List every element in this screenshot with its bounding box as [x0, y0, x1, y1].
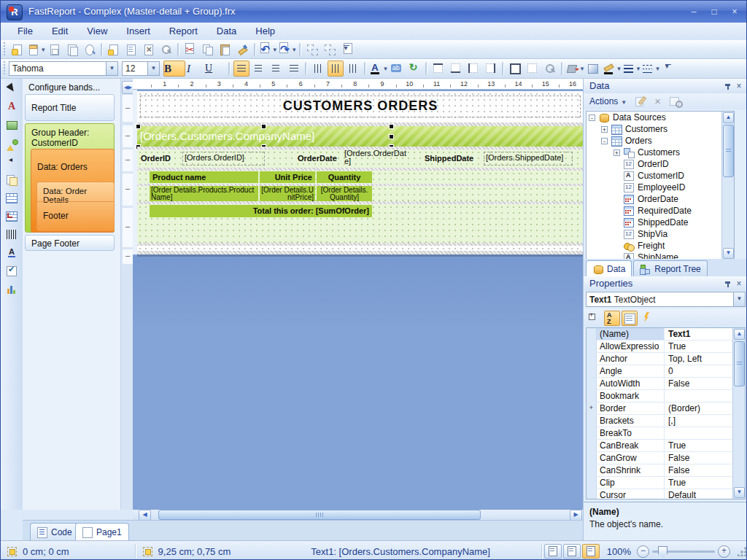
selection-handle[interactable] — [389, 124, 394, 129]
property-expander[interactable] — [587, 328, 597, 340]
toolbar-button[interactable] — [158, 42, 174, 58]
toolbar-button[interactable] — [27, 42, 45, 58]
properties-toolbar-button[interactable] — [587, 311, 603, 326]
tree-item[interactable]: OrderID — [587, 158, 734, 170]
scrollbar-thumb[interactable] — [723, 125, 734, 177]
data-orders-band[interactable]: OrderID [Orders.OrderID] OrderDate [Orde… — [137, 149, 583, 168]
resize-grip[interactable] — [738, 546, 747, 556]
tree-expander[interactable] — [614, 243, 620, 249]
format-button[interactable] — [430, 61, 446, 77]
tree-item[interactable]: EmployeeID — [587, 182, 734, 193]
tree-scrollbar[interactable]: ▲ ▼ — [721, 112, 734, 260]
toolbar-button[interactable] — [254, 43, 256, 56]
report-page[interactable]: CUSTOMERS ORDERS [Orders.Customers.Compa… — [137, 91, 583, 254]
actions-menu[interactable]: Actions — [589, 96, 618, 106]
format-button[interactable] — [286, 61, 302, 77]
property-row[interactable]: (Name) Text1 — [587, 328, 745, 341]
properties-toolbar-button[interactable] — [604, 311, 620, 326]
format-button[interactable] — [561, 62, 563, 75]
orderid-label-object[interactable]: OrderID — [141, 154, 171, 163]
property-row[interactable]: CanGrow False — [587, 452, 745, 464]
normal-view-button[interactable] — [582, 544, 600, 559]
toolbar-grip[interactable] — [3, 42, 7, 57]
property-expander[interactable] — [587, 415, 597, 427]
group-header-band[interactable]: [Orders.Customers.CompanyName] — [137, 126, 583, 147]
properties-toolbar-button[interactable] — [639, 311, 655, 326]
format-button[interactable] — [622, 61, 640, 77]
format-button[interactable]: B — [163, 61, 185, 77]
shippeddate-label-object[interactable]: ShippedDate — [425, 154, 473, 163]
object-tool-button[interactable] — [3, 245, 20, 261]
menu-item[interactable]: Edit — [42, 23, 77, 40]
object-tool-button[interactable] — [3, 227, 20, 243]
toolbar-button[interactable] — [64, 42, 80, 58]
menu-item[interactable]: View — [77, 23, 117, 40]
property-expander[interactable] — [587, 489, 597, 499]
tree-expander[interactable]: - — [601, 138, 608, 144]
properties-toolbar-button[interactable] — [622, 311, 638, 326]
tree-item[interactable]: - Data Sources — [587, 112, 734, 123]
pin-icon[interactable] — [724, 281, 732, 288]
scroll-up-arrow[interactable]: ▲ — [723, 112, 734, 123]
toolbar-button[interactable] — [177, 43, 179, 56]
tab-data[interactable]: Data — [586, 260, 632, 276]
object-tool-button[interactable] — [3, 263, 20, 279]
property-expander[interactable] — [587, 365, 597, 377]
scrollbar-thumb[interactable] — [158, 510, 481, 520]
orderdate-expr-object[interactable]: [Orders.OrderDate] — [344, 149, 413, 167]
format-button[interactable] — [305, 62, 307, 75]
tree-expander[interactable]: - — [589, 114, 595, 121]
format-button[interactable] — [507, 61, 523, 77]
tree-expander[interactable] — [614, 208, 620, 214]
property-expander[interactable]: + — [587, 402, 597, 414]
unit-price-cell[interactable]: [Order Details.UnitPrice] — [260, 186, 315, 201]
property-row[interactable]: AllowExpressio True — [587, 341, 745, 353]
design-surface[interactable]: 12345678910111213141516 CUSTOMERS ORDERS… — [133, 79, 583, 510]
close-icon[interactable]: × — [734, 81, 744, 91]
toolbar-button[interactable] — [200, 42, 216, 58]
toolbar-button[interactable] — [106, 42, 122, 58]
toolbar-button[interactable] — [9, 42, 26, 58]
tree-expander[interactable] — [614, 161, 620, 168]
scrollbar-thumb[interactable] — [734, 341, 745, 386]
format-button[interactable] — [228, 62, 231, 75]
property-row[interactable]: AutoWidth False — [587, 378, 745, 390]
object-tool-button[interactable] — [3, 172, 20, 188]
format-button[interactable] — [502, 62, 504, 75]
object-tool-button[interactable] — [3, 190, 20, 206]
zoom-slider-thumb[interactable] — [658, 546, 667, 558]
toolbar-button[interactable] — [182, 42, 198, 58]
property-row[interactable]: Cursor Default — [587, 489, 745, 499]
pin-icon[interactable] — [724, 83, 732, 90]
chevron-down-icon[interactable]: ▼ — [147, 62, 159, 75]
chevron-down-icon[interactable]: ▼ — [733, 292, 745, 306]
tree-item[interactable]: - Orders — [587, 135, 734, 147]
band-data-orders[interactable]: Data: Orders Data: Order Details Footer — [31, 149, 115, 233]
font-name-combo[interactable]: Tahoma ▼ — [9, 61, 118, 76]
selection-handle[interactable] — [389, 134, 394, 139]
tree-expander[interactable] — [614, 173, 620, 179]
format-button[interactable] — [425, 62, 427, 75]
toolbar-button[interactable] — [82, 42, 98, 58]
toolbar-button[interactable] — [141, 42, 157, 58]
property-row[interactable]: CanBreak True — [587, 440, 745, 452]
format-button[interactable] — [641, 61, 659, 77]
tree-expander[interactable]: + — [614, 149, 620, 156]
unit-price-header-cell[interactable]: Unit Price — [260, 171, 315, 183]
format-button[interactable] — [310, 61, 326, 77]
tree-expander[interactable]: + — [601, 126, 608, 133]
report-title-object[interactable]: CUSTOMERS ORDERS — [140, 96, 581, 117]
format-button[interactable] — [328, 61, 344, 77]
property-expander[interactable] — [587, 464, 597, 476]
selection-handle[interactable] — [261, 124, 266, 129]
configure-bands-link[interactable]: Configure bands... — [28, 82, 100, 93]
scroll-down-arrow[interactable]: ▼ — [723, 248, 734, 259]
zoom-in-button[interactable]: + — [718, 545, 730, 558]
band-page-footer[interactable]: Page Footer — [25, 235, 115, 251]
toolbar-button[interactable] — [339, 42, 355, 58]
format-button[interactable] — [525, 61, 541, 77]
property-expander[interactable] — [587, 477, 597, 489]
band-separator[interactable] — [137, 251, 583, 254]
tab-page1[interactable]: Page1 — [75, 523, 129, 541]
data-action-button[interactable] — [651, 95, 666, 108]
